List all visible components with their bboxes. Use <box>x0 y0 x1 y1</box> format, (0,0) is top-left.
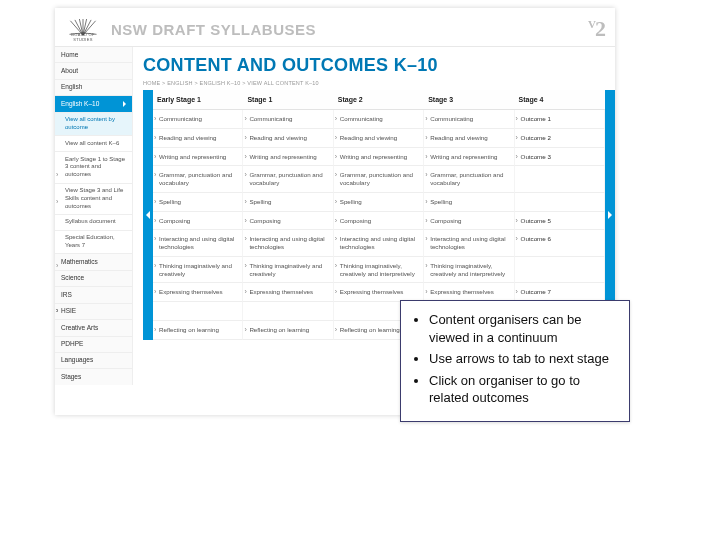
organiser-cell[interactable]: Reflecting on learning <box>243 321 333 340</box>
brand-title: NSW DRAFT SYLLABUSES <box>111 21 588 38</box>
sidebar-subitem[interactable]: View Stage 3 and Life Skills content and… <box>55 183 132 214</box>
sidebar-subitem[interactable]: View all content by outcome <box>55 112 132 136</box>
organiser-cell[interactable]: Grammar, punctuation and vocabulary <box>424 166 514 193</box>
callout-list: Content organisers can be viewed in a co… <box>415 311 619 407</box>
organiser-cell[interactable]: Thinking imaginatively, creatively and i… <box>424 257 514 284</box>
organiser-cell[interactable]: Spelling <box>153 193 243 212</box>
outcome-cell[interactable]: Outcome 3 <box>515 148 605 167</box>
sidebar-item[interactable]: Science <box>55 270 132 286</box>
organiser-cell[interactable]: Thinking imaginatively and creatively <box>243 257 333 284</box>
organiser-cell[interactable]: Writing and representing <box>243 148 333 167</box>
outcome-cell[interactable]: Outcome 2 <box>515 129 605 148</box>
organiser-cell: . <box>153 302 243 321</box>
organiser-cell[interactable]: Spelling <box>243 193 333 212</box>
sidebar-subitem[interactable]: View all content K–6 <box>55 135 132 151</box>
organiser-cell[interactable]: Writing and representing <box>153 148 243 167</box>
outcome-cell: . <box>515 257 605 284</box>
organiser-cell[interactable]: Thinking imaginatively, creatively and i… <box>334 257 424 284</box>
organiser-cell: . <box>243 302 333 321</box>
sidebar-subitem[interactable]: Special Education, Years 7 <box>55 230 132 254</box>
organiser-cell[interactable]: Composing <box>334 212 424 231</box>
organiser-cell[interactable]: Reading and viewing <box>243 129 333 148</box>
organiser-cell[interactable]: Reflecting on learning <box>153 321 243 340</box>
organiser-cell[interactable]: Interacting and using digital technologi… <box>424 230 514 257</box>
organiser-cell[interactable]: Reading and viewing <box>424 129 514 148</box>
sidebar-item[interactable]: Languages <box>55 352 132 368</box>
organiser-cell[interactable]: Composing <box>424 212 514 231</box>
sidebar-item[interactable]: Home <box>55 47 132 62</box>
organiser-cell[interactable]: Spelling <box>424 193 514 212</box>
bos-logo: BOARD OF STUDIES <box>65 18 101 40</box>
organiser-cell[interactable]: Thinking imaginatively and creatively <box>153 257 243 284</box>
stage-header[interactable]: Stage 2 <box>334 90 424 110</box>
callout-item: Click on organiser to go to related outc… <box>429 372 619 407</box>
sidebar-item[interactable]: English <box>55 79 132 95</box>
stage-header[interactable]: Early Stage 1 <box>153 90 243 110</box>
outcome-cell[interactable]: Outcome 5 <box>515 212 605 231</box>
sidebar-item-active[interactable]: English K–10 <box>55 95 132 111</box>
outcome-cell: . <box>515 193 605 212</box>
organiser-cell[interactable]: Expressing themselves <box>153 283 243 302</box>
organiser-cell[interactable]: Communicating <box>424 110 514 129</box>
organiser-cell[interactable]: Grammar, punctuation and vocabulary <box>243 166 333 193</box>
organiser-cell[interactable]: Interacting and using digital technologi… <box>153 230 243 257</box>
organiser-cell[interactable]: Grammar, punctuation and vocabulary <box>334 166 424 193</box>
sidebar-item[interactable]: About <box>55 62 132 78</box>
organiser-cell[interactable]: Reading and viewing <box>153 129 243 148</box>
callout-item: Content organisers can be viewed in a co… <box>429 311 619 346</box>
callout-item: Use arrows to tab to next stage <box>429 350 619 368</box>
sidebar-item[interactable]: Stages <box>55 368 132 384</box>
logo-caption: BOARD OF STUDIES <box>65 32 101 42</box>
outcome-cell: . <box>515 166 605 193</box>
organiser-cell[interactable]: Reading and viewing <box>334 129 424 148</box>
sidebar-item[interactable]: Creative Arts <box>55 319 132 335</box>
organiser-cell[interactable]: Composing <box>153 212 243 231</box>
stage-header[interactable]: Stage 1 <box>243 90 333 110</box>
sidebar-subitem[interactable]: Early Stage 1 to Stage 3 content and out… <box>55 151 132 182</box>
chevron-right-icon <box>123 101 126 107</box>
organiser-cell[interactable]: Communicating <box>153 110 243 129</box>
organiser-cell[interactable]: Interacting and using digital technologi… <box>243 230 333 257</box>
outcome-cell[interactable]: Outcome 1 <box>515 110 605 129</box>
help-callout: Content organisers can be viewed in a co… <box>400 300 630 422</box>
sidebar-item[interactable]: PDHPE <box>55 336 132 352</box>
sidebar-subitem[interactable]: Syllabus document <box>55 214 132 230</box>
sidebar-item[interactable]: IRS <box>55 286 132 302</box>
sidebar: HomeAboutEnglishEnglish K–10View all con… <box>55 47 133 385</box>
stage-prev-arrow[interactable] <box>143 90 153 340</box>
sidebar-item[interactable]: Mathematics <box>55 253 132 269</box>
sidebar-item[interactable]: HSIE <box>55 303 132 319</box>
organiser-cell[interactable]: Communicating <box>334 110 424 129</box>
organiser-cell[interactable]: Writing and representing <box>334 148 424 167</box>
organiser-cell[interactable]: Expressing themselves <box>243 283 333 302</box>
organiser-cell[interactable]: Grammar, punctuation and vocabulary <box>153 166 243 193</box>
stage-header[interactable]: Stage 3 <box>424 90 514 110</box>
organiser-cell[interactable]: Interacting and using digital technologi… <box>334 230 424 257</box>
version-badge: V2 <box>588 16 605 42</box>
organiser-cell[interactable]: Writing and representing <box>424 148 514 167</box>
breadcrumb: HOME > ENGLISH > ENGLISH K–10 > VIEW ALL… <box>143 80 615 86</box>
organiser-cell[interactable]: Spelling <box>334 193 424 212</box>
stage-header[interactable]: Stage 4 <box>515 90 605 110</box>
header: BOARD OF STUDIES NSW DRAFT SYLLABUSES V2 <box>55 8 615 47</box>
organiser-cell[interactable]: Composing <box>243 212 333 231</box>
page-title: CONTENT AND OUTCOMES K–10 <box>143 55 615 76</box>
outcome-cell[interactable]: Outcome 6 <box>515 230 605 257</box>
organiser-cell[interactable]: Communicating <box>243 110 333 129</box>
